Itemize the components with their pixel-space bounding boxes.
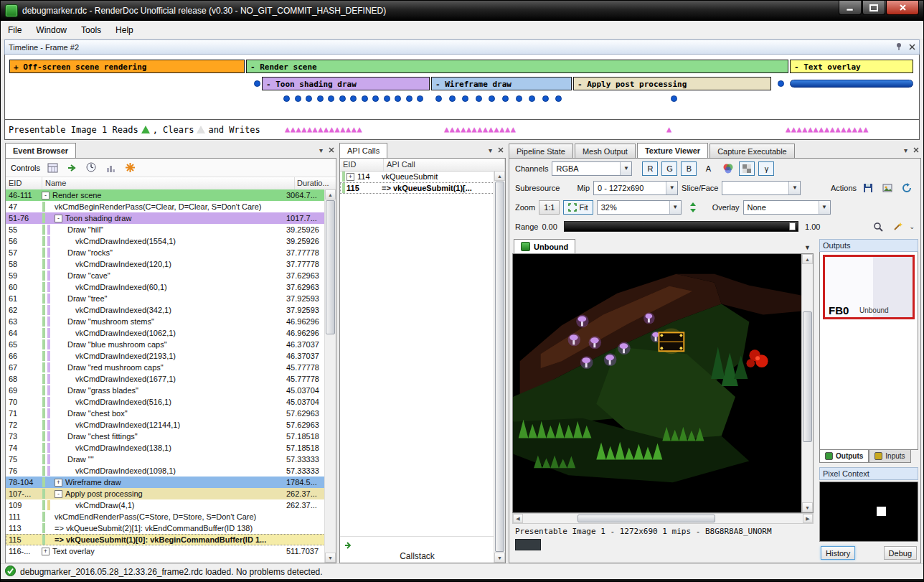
event-row[interactable]: 61Draw "tree"37.92593 — [6, 293, 325, 304]
tab-api-calls[interactable]: API Calls — [339, 143, 387, 158]
texture-display[interactable]: ▲ ▼ — [512, 253, 814, 513]
tab-outputs[interactable]: Outputs — [819, 450, 869, 463]
event-row[interactable]: 58vkCmdDrawIndexed(120,1)37.77778 — [6, 258, 325, 270]
close-icon[interactable] — [909, 43, 915, 52]
event-browser-column-header[interactable]: EID Name Duratio... — [6, 177, 336, 190]
draw-event-dot[interactable] — [516, 95, 522, 102]
scroll-left-icon[interactable]: ◀ — [513, 514, 523, 523]
chevron-down-icon[interactable]: ▾ — [319, 146, 323, 154]
green-channel-button[interactable]: G — [661, 161, 677, 176]
draw-event-dot[interactable] — [449, 95, 456, 102]
tab-pipeline-state[interactable]: Pipeline State — [509, 144, 573, 158]
event-row[interactable]: 56vkCmdDrawIndexed(1554,1)39.25926 — [6, 235, 325, 247]
checkerboard-icon[interactable] — [739, 161, 755, 176]
texture-hscrollbar[interactable]: ◀ ▶ — [512, 513, 814, 524]
draw-event-dot[interactable] — [328, 95, 334, 102]
menu-window[interactable]: Window — [29, 22, 74, 38]
range-min-value[interactable]: 0.00 — [542, 222, 557, 231]
timeline-body[interactable]: + Off-screen scene rendering- Render sce… — [4, 55, 920, 140]
tab-event-browser[interactable]: Event Browser — [5, 143, 76, 158]
timeline-marker-bar[interactable]: - Apply post processing — [573, 77, 771, 90]
event-row[interactable]: 107-...-Apply post processing262.37... — [6, 488, 325, 499]
draw-event-dot[interactable] — [362, 95, 368, 102]
timeline-marker-bar[interactable]: - Wireframe draw — [431, 77, 572, 90]
scroll-down-icon[interactable]: ▼ — [325, 553, 336, 563]
history-button[interactable]: History — [821, 546, 855, 560]
usage-triangle-group[interactable]: ▲▲▲▲▲▲▲▲▲▲▲▲▲▲▲ — [786, 123, 869, 135]
draw-event-dot[interactable] — [317, 95, 324, 102]
scrollbar-thumb[interactable] — [578, 515, 715, 522]
draw-event-dot[interactable] — [462, 95, 468, 102]
event-row[interactable]: 59Draw "cave"37.62963 — [6, 270, 325, 281]
event-row[interactable]: 68vkCmdDrawIndexed(1677,1)45.77778 — [6, 373, 325, 385]
draw-event-dot[interactable] — [417, 95, 423, 102]
api-call-row[interactable]: 115=> vkQueueSubmit(1)[... — [340, 182, 494, 194]
scrollbar-thumb[interactable] — [803, 311, 812, 442]
close-icon[interactable] — [498, 146, 504, 154]
refresh-icon[interactable] — [899, 181, 915, 195]
event-row[interactable]: 62vkCmdDrawIndexed(342,1)37.92593 — [6, 304, 325, 316]
tab-mesh-output[interactable]: Mesh Output — [575, 144, 636, 158]
texture-image[interactable] — [513, 254, 802, 512]
color-wheel-icon[interactable] — [720, 161, 735, 176]
goto-eid-icon[interactable] — [66, 161, 79, 174]
red-channel-button[interactable]: R — [642, 161, 658, 176]
alpha-channel-button[interactable]: A — [700, 161, 716, 176]
gamma-button[interactable]: γ — [758, 161, 774, 176]
usage-triangle-group[interactable]: ▲ — [666, 123, 672, 135]
zoom-fit-button[interactable]: Fit — [563, 200, 593, 215]
column-eid[interactable]: EID — [6, 177, 42, 189]
draw-event-dot[interactable] — [542, 95, 549, 102]
save-icon[interactable] — [860, 181, 876, 195]
event-row[interactable]: 64vkCmdDrawIndexed(1062,1)46.96296 — [6, 327, 325, 339]
draw-event-dot[interactable] — [489, 95, 495, 102]
close-icon[interactable] — [913, 146, 919, 154]
event-row[interactable]: 67Draw "red mushroom caps"45.77778 — [6, 362, 325, 373]
draw-event-dot[interactable] — [350, 95, 357, 102]
chevron-down-icon[interactable]: ▾ — [489, 146, 492, 154]
chevron-down-icon[interactable]: ▼ — [804, 244, 811, 251]
column-eid[interactable]: EID — [340, 159, 384, 171]
usage-triangle[interactable] — [141, 126, 150, 133]
event-row[interactable]: 60vkCmdDrawIndexed(60,1)37.62963 — [6, 281, 325, 293]
pixel-context-view[interactable] — [819, 482, 918, 542]
draw-event-dot[interactable] — [384, 95, 390, 102]
export-image-icon[interactable] — [880, 181, 895, 195]
usage-triangle-group[interactable]: ▲▲▲▲▲▲▲▲▲▲▲▲▲ — [444, 123, 516, 135]
tab-inputs[interactable]: Inputs — [869, 450, 910, 463]
magnifier-icon[interactable] — [870, 220, 886, 234]
event-row[interactable]: 65Draw "blue mushroom caps"46.37037 — [6, 339, 325, 350]
pin-icon[interactable] — [895, 42, 903, 52]
scroll-up-icon[interactable]: ▲ — [494, 171, 505, 181]
event-row[interactable]: 115=> vkQueueSubmit(1)[0]: vkBeginComman… — [6, 534, 325, 545]
time-draws-icon[interactable] — [85, 161, 98, 174]
event-row[interactable]: 72vkCmdDrawIndexed(12144,1)57.62963 — [6, 419, 325, 431]
blue-channel-button[interactable]: B — [681, 161, 697, 176]
scroll-down-icon[interactable]: ▼ — [494, 553, 505, 563]
api-call-row[interactable]: +114vkQueueSubmit — [340, 171, 494, 182]
bookmark-icon[interactable] — [124, 161, 137, 174]
event-row[interactable]: 57Draw "rocks"37.77778 — [6, 247, 325, 258]
flip-vertical-icon[interactable] — [685, 200, 701, 215]
draw-event-dot[interactable] — [254, 80, 260, 87]
chevron-down-icon[interactable]: ▾ — [904, 146, 908, 154]
zoom-select[interactable]: 32%▼ — [597, 200, 682, 215]
event-row[interactable]: 69Draw "grass blades"45.03704 — [6, 385, 325, 396]
close-icon[interactable] — [329, 146, 334, 154]
range-expand-icon[interactable]: ⌄ — [909, 223, 915, 230]
event-row[interactable]: 51-76-Toon shading draw1017.7... — [6, 212, 325, 224]
zoom-1to1-button[interactable]: 1:1 — [539, 200, 560, 215]
scroll-up-icon[interactable]: ▲ — [325, 189, 336, 200]
range-slider-thumb[interactable] — [789, 222, 796, 230]
api-calls-column-header[interactable]: EID API Call — [340, 159, 505, 172]
event-row[interactable]: 46-111-Render scene3064.7... — [6, 189, 325, 201]
timeline-header[interactable]: Timeline - Frame #2 — [4, 39, 920, 55]
event-browser-vscrollbar[interactable]: ▲ ▼ — [324, 189, 336, 563]
expander-icon[interactable]: + — [42, 548, 50, 555]
event-row[interactable]: 70vkCmdDrawIndexed(516,1)45.03704 — [6, 396, 325, 408]
callstack-section[interactable]: Callstack — [340, 536, 494, 563]
event-row[interactable]: 74vkCmdDrawIndexed(138,1)57.18518 — [6, 442, 325, 454]
close-button[interactable] — [886, 1, 919, 15]
draw-event-dot[interactable] — [778, 80, 784, 87]
draw-event-dot[interactable] — [306, 95, 312, 102]
